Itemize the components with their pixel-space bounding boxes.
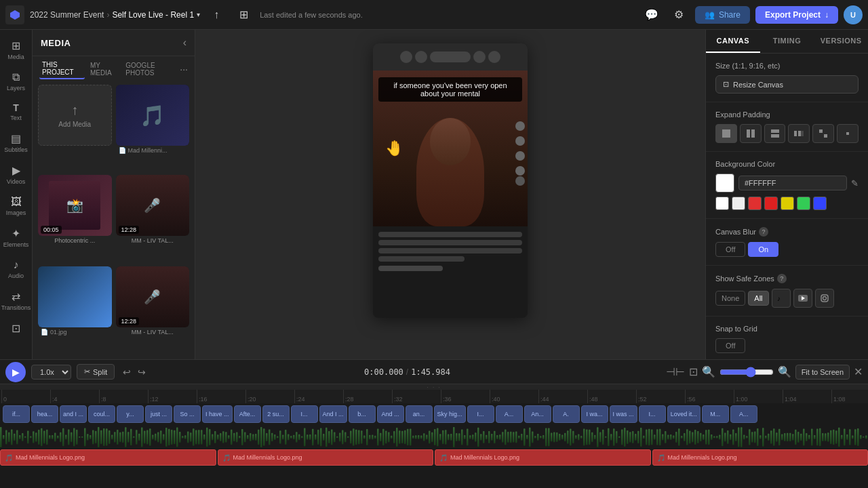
bg-color-edit-icon[interactable]: ✎ (851, 178, 859, 188)
media-item-video1[interactable]: 📸 00:05 Photocentric ... (38, 175, 112, 262)
caption-chip[interactable]: b... (349, 405, 376, 423)
resize-canvas-button[interactable]: ⊡ Resize Canvas (715, 75, 859, 94)
media-tab-google-photos[interactable]: GOOGLE PHOTOS (123, 60, 177, 79)
media-close-button[interactable]: ‹ (183, 37, 186, 49)
share-button[interactable]: 👥 Share (695, 6, 750, 24)
caption-chip[interactable]: I... (639, 405, 666, 423)
caption-chip[interactable]: A... (496, 405, 523, 423)
sidebar-item-layers[interactable]: ⧉ Layers (1, 67, 31, 96)
bg-color-swatch[interactable] (715, 174, 734, 192)
side-control-3[interactable] (515, 151, 525, 161)
fit-icon[interactable]: ⊡ (689, 365, 698, 378)
file-chevron[interactable]: ▾ (197, 11, 200, 18)
color-swatch-light[interactable] (732, 197, 745, 210)
play-button[interactable]: ▶ (5, 362, 26, 382)
blur-on-button[interactable]: On (748, 242, 778, 257)
padding-btn-corners[interactable] (812, 124, 834, 143)
sidebar-item-media[interactable]: ⊞ Media (1, 35, 31, 64)
padding-btn-top-bottom[interactable] (764, 124, 786, 143)
split-button[interactable]: ✂ Split (77, 364, 115, 380)
tab-versions[interactable]: VERSIONS (814, 30, 868, 53)
add-media-button[interactable]: ↑ Add Media (38, 85, 112, 146)
safe-zone-tiktok-icon[interactable]: ♪ (772, 289, 791, 308)
sidebar-item-subtitles[interactable]: ▤ Subtitles (1, 128, 31, 157)
media-item-logo[interactable]: 🎵 📄 Mad Millenni... (116, 85, 190, 171)
color-swatch-red2[interactable] (764, 197, 778, 210)
caption-chip[interactable]: I... (291, 405, 318, 423)
color-swatch-white[interactable] (715, 197, 729, 210)
export-button[interactable]: Export Project ↓ (755, 6, 838, 24)
tab-canvas[interactable]: CANVAS (706, 30, 760, 53)
safe-zone-instagram-icon[interactable] (815, 289, 834, 308)
padding-btn-split[interactable] (740, 124, 762, 143)
history-button[interactable]: ⊞ (233, 4, 254, 26)
media-item-image[interactable]: 📄 01.jpg (38, 266, 112, 354)
zoom-slider[interactable] (719, 367, 774, 378)
undo-button[interactable]: ↩ (120, 364, 134, 380)
color-swatch-yellow[interactable] (781, 197, 794, 210)
user-avatar[interactable]: U (844, 5, 863, 24)
blur-off-button[interactable]: Off (715, 242, 745, 257)
media-item-video3[interactable]: 🎤 12:28 MM - LIV TAL... (116, 266, 190, 354)
safe-zone-youtube-icon[interactable] (793, 289, 812, 308)
color-swatch-red1[interactable] (748, 197, 762, 210)
sidebar-item-more[interactable]: ⊡ (1, 318, 31, 339)
caption-chip[interactable]: Loved it... (667, 405, 701, 423)
padding-btn-full[interactable] (715, 124, 737, 143)
zoom-out-icon[interactable]: 🔍 (702, 365, 715, 378)
caption-chip[interactable]: Sky hig... (434, 405, 466, 423)
trim-icon[interactable]: ⊣⊢ (666, 365, 685, 378)
caption-chip[interactable]: coul... (88, 405, 115, 423)
logo-track-item[interactable]: 🎵Mad Millennials Logo.png (0, 449, 216, 466)
media-item-video2[interactable]: 🎤 12:28 MM - LIV TAL... (116, 175, 190, 262)
safe-zone-none-button[interactable]: None (715, 291, 745, 306)
project-name[interactable]: 2022 Summer Event (30, 10, 104, 20)
caption-chip[interactable]: an... (406, 405, 433, 423)
caption-chip[interactable]: And I ... (319, 405, 347, 423)
media-tab-my-media[interactable]: MY MEDIA (87, 60, 120, 79)
file-name[interactable]: Self Love Live - Reel 1 (112, 10, 194, 20)
color-swatch-green[interactable] (797, 197, 810, 210)
media-tab-this-project[interactable]: THIS PROJECT (39, 59, 85, 79)
padding-btn-none[interactable] (837, 124, 859, 143)
logo-track-item[interactable]: 🎵Mad Millennials Logo.png (435, 449, 651, 466)
padding-btn-left-right[interactable] (788, 124, 810, 143)
upload-button[interactable]: ↑ (205, 4, 227, 26)
caption-chip[interactable]: I wa... (581, 405, 608, 423)
caption-chip[interactable]: An... (524, 405, 551, 423)
logo-track-item[interactable]: 🎵Mad Millennials Logo.png (218, 449, 434, 466)
canvas-blur-help[interactable]: ? (759, 227, 768, 237)
redo-button[interactable]: ↪ (135, 364, 149, 380)
search-timeline-icon[interactable]: 🔍 (778, 365, 791, 378)
fit-to-screen-button[interactable]: Fit to Screen (795, 365, 850, 380)
speed-selector[interactable]: 1.0x 0.5x 1.5x 2.0x (31, 365, 71, 380)
logo-track-item[interactable]: 🎵Mad Millennials Logo.png (652, 449, 869, 466)
caption-chip[interactable]: just ... (145, 405, 172, 423)
side-control-2[interactable] (515, 136, 525, 146)
caption-chip[interactable]: hea... (31, 405, 58, 423)
caption-chip[interactable]: 2 su... (262, 405, 290, 423)
safe-zone-all-button[interactable]: All (748, 291, 768, 306)
side-control-4[interactable] (515, 166, 525, 176)
sidebar-item-elements[interactable]: ✦ Elements (1, 223, 31, 252)
video-preview-area[interactable]: if someone you've been very open about y… (373, 70, 528, 226)
caption-chip[interactable]: Afte... (234, 405, 261, 423)
caption-chip[interactable]: A. (553, 405, 580, 423)
media-more-button[interactable]: ··· (180, 64, 188, 75)
bg-color-hex[interactable]: #FFFFFF (738, 176, 847, 190)
caption-chip[interactable]: if... (3, 405, 30, 423)
sidebar-item-images[interactable]: 🖼 Images (1, 192, 31, 220)
expand-handle[interactable]: · · · (0, 384, 868, 390)
caption-chip[interactable]: and I ... (60, 405, 87, 423)
safe-zones-help[interactable]: ? (777, 274, 787, 283)
sidebar-item-videos[interactable]: ▶ Videos (1, 160, 31, 189)
sidebar-item-text[interactable]: T Text (1, 98, 31, 125)
caption-chip[interactable]: I have ... (202, 405, 233, 423)
caption-chip[interactable]: M... (702, 405, 729, 423)
snap-off-button[interactable]: Off (715, 338, 745, 353)
caption-chip[interactable]: I was ... (610, 405, 637, 423)
caption-chip[interactable]: I... (467, 405, 494, 423)
timeline-close-button[interactable]: ✕ (854, 365, 863, 378)
caption-chip[interactable]: y... (117, 405, 144, 423)
color-swatch-blue[interactable] (813, 197, 827, 210)
